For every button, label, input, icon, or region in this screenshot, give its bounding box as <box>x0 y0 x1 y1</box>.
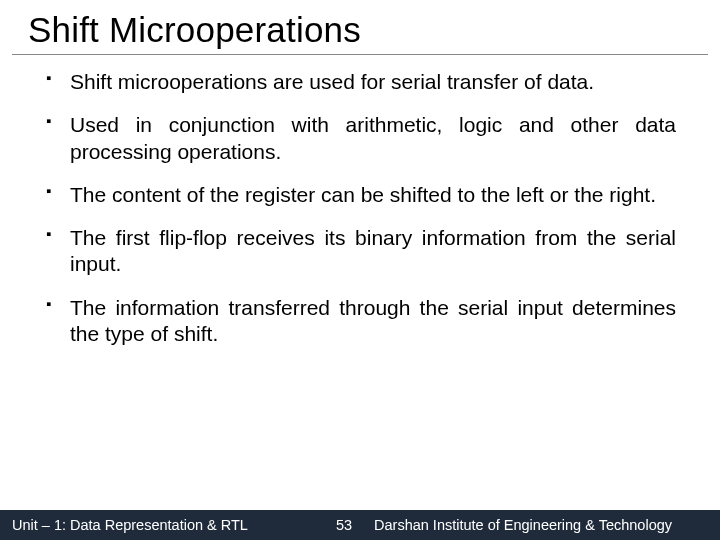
slide-content: Shift microoperations are used for seria… <box>0 69 720 347</box>
footer-page-number: 53 <box>336 517 352 533</box>
slide-title: Shift Microoperations <box>12 0 708 55</box>
bullet-list: Shift microoperations are used for seria… <box>44 69 676 347</box>
bullet-item: The content of the register can be shift… <box>44 182 676 208</box>
slide-footer: Unit – 1: Data Representation & RTL 53 D… <box>0 510 720 540</box>
slide: Shift Microoperations Shift microoperati… <box>0 0 720 540</box>
bullet-item: Used in conjunction with arithmetic, log… <box>44 112 676 165</box>
footer-unit: Unit – 1: Data Representation & RTL <box>10 517 248 533</box>
footer-institute: Darshan Institute of Engineering & Techn… <box>374 517 672 533</box>
bullet-item: The information transferred through the … <box>44 295 676 348</box>
bullet-item: Shift microoperations are used for seria… <box>44 69 676 95</box>
bullet-item: The first flip-flop receives its binary … <box>44 225 676 278</box>
